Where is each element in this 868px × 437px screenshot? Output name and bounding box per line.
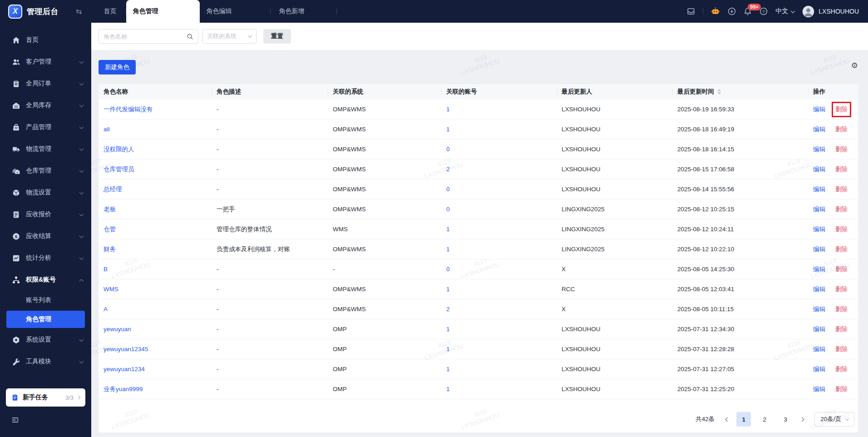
column-settings-gear-icon[interactable]: ⚙ bbox=[851, 62, 858, 70]
edit-link[interactable]: 编辑 bbox=[813, 245, 825, 253]
delete-link[interactable]: 删除 bbox=[835, 145, 848, 154]
inbox-icon[interactable] bbox=[687, 7, 695, 15]
edit-link[interactable]: 编辑 bbox=[813, 365, 825, 373]
role-accounts-link[interactable]: 1 bbox=[446, 326, 450, 333]
role-name-link[interactable]: yewuyuan1234 bbox=[104, 366, 145, 372]
delete-link[interactable]: 删除 bbox=[835, 185, 848, 194]
delete-link[interactable]: 删除 bbox=[835, 245, 848, 253]
delete-link[interactable]: 删除 bbox=[835, 225, 848, 233]
edit-link[interactable]: 编辑 bbox=[813, 285, 825, 293]
prev-page-icon[interactable] bbox=[721, 413, 734, 426]
avatar[interactable] bbox=[802, 5, 814, 18]
sidebar-item-11[interactable]: 权限&账号 bbox=[0, 269, 91, 291]
edit-link[interactable]: 编辑 bbox=[813, 305, 825, 313]
role-name-input[interactable] bbox=[104, 33, 187, 40]
sidebar-item-10[interactable]: 统计分析 bbox=[0, 247, 91, 269]
edit-link[interactable]: 编辑 bbox=[813, 145, 825, 154]
role-name-link[interactable]: A bbox=[104, 306, 108, 313]
role-accounts-link[interactable]: 2 bbox=[446, 306, 450, 313]
page-button-2[interactable]: 2 bbox=[757, 412, 772, 427]
role-accounts-link[interactable]: 1 bbox=[446, 226, 450, 233]
role-accounts-link[interactable]: 1 bbox=[446, 286, 450, 293]
delete-link[interactable]: 删除 bbox=[835, 325, 848, 333]
role-name-link[interactable]: 总经理 bbox=[104, 186, 122, 193]
sidebar-item-6[interactable]: 仓库管理 bbox=[0, 160, 91, 182]
reset-button[interactable]: 重置 bbox=[263, 29, 291, 44]
sidebar-item-3[interactable]: 全局库存 bbox=[0, 94, 91, 116]
bell-icon[interactable]: 99+ bbox=[744, 7, 752, 15]
sidebar-item-5[interactable]: 物流管理 bbox=[0, 138, 91, 160]
role-name-link[interactable]: 业务yuan9999 bbox=[104, 386, 143, 392]
sidebar-item-0[interactable]: 首页 bbox=[0, 29, 91, 51]
role-name-link[interactable]: 一件代发编辑没有 bbox=[104, 106, 153, 113]
language-switcher[interactable]: 中文 bbox=[775, 7, 794, 15]
system-select[interactable]: 关联的系统 bbox=[202, 29, 256, 44]
role-name-link[interactable]: 老板 bbox=[104, 206, 116, 213]
sidebar-item-8[interactable]: 应收报价 bbox=[0, 204, 91, 225]
role-accounts-link[interactable]: 1 bbox=[446, 246, 450, 253]
delete-link[interactable]: 删除 bbox=[835, 265, 848, 273]
edit-link[interactable]: 编辑 bbox=[813, 345, 825, 353]
edit-link[interactable]: 编辑 bbox=[813, 205, 825, 214]
edit-link[interactable]: 编辑 bbox=[813, 265, 825, 273]
help-icon[interactable]: ? bbox=[760, 7, 768, 15]
role-name-link[interactable]: 没权限的人 bbox=[104, 146, 134, 153]
tab-1[interactable]: 角色管理 bbox=[126, 0, 200, 23]
next-page-icon[interactable] bbox=[795, 413, 808, 426]
role-name-link[interactable]: 财务 bbox=[104, 246, 116, 253]
role-accounts-link[interactable]: 0 bbox=[446, 266, 450, 273]
role-accounts-link[interactable]: 0 bbox=[446, 186, 450, 193]
role-accounts-link[interactable]: 1 bbox=[446, 126, 450, 133]
newbie-task-card[interactable]: 新手任务 3/3 bbox=[6, 388, 85, 407]
role-name-link[interactable]: 仓库管理员 bbox=[104, 166, 134, 173]
tab-2[interactable]: 角色编辑 bbox=[200, 0, 271, 23]
delete-link[interactable]: 删除 bbox=[835, 125, 848, 134]
sidebar-subitem-0[interactable]: 账号列表 bbox=[0, 291, 91, 310]
search-icon[interactable] bbox=[187, 33, 193, 40]
role-accounts-link[interactable]: 0 bbox=[446, 146, 450, 153]
edit-link[interactable]: 编辑 bbox=[813, 165, 825, 174]
sidebar-item-after-1[interactable]: 工具模块 bbox=[0, 351, 91, 372]
page-button-1[interactable]: 1 bbox=[736, 412, 751, 427]
edit-link[interactable]: 编辑 bbox=[813, 125, 825, 134]
role-accounts-link[interactable]: 1 bbox=[446, 106, 450, 113]
delete-link[interactable]: 删除 bbox=[835, 365, 848, 373]
sidebar-item-after-0[interactable]: 系统设置 bbox=[0, 329, 91, 351]
delete-link[interactable]: 删除 bbox=[835, 165, 848, 174]
sidebar-item-1[interactable]: 客户管理 bbox=[0, 51, 91, 73]
collapse-sidebar-icon[interactable] bbox=[11, 416, 20, 424]
delete-link[interactable]: 删除 bbox=[835, 305, 848, 313]
role-name-link[interactable]: 仓管 bbox=[104, 226, 116, 233]
role-name-link[interactable]: B bbox=[104, 266, 108, 273]
role-accounts-link[interactable]: 1 bbox=[446, 366, 450, 372]
sidebar-item-9[interactable]: $ 应收结算 bbox=[0, 225, 91, 247]
delete-link[interactable]: 删除 bbox=[835, 205, 848, 214]
edit-link[interactable]: 编辑 bbox=[813, 225, 825, 233]
sidebar-subitem-1[interactable]: 角色管理 bbox=[6, 311, 85, 328]
edit-link[interactable]: 编辑 bbox=[813, 325, 825, 333]
tab-0[interactable]: 首页 bbox=[94, 0, 126, 23]
delete-link[interactable]: 删除 bbox=[835, 105, 848, 114]
page-button-3[interactable]: 3 bbox=[778, 412, 793, 427]
edit-link[interactable]: 编辑 bbox=[813, 385, 825, 393]
role-accounts-link[interactable]: 1 bbox=[446, 346, 450, 353]
sidebar-item-2[interactable]: 全局订单 bbox=[0, 73, 91, 94]
switch-system-icon[interactable]: ⇆ bbox=[76, 7, 82, 16]
role-accounts-link[interactable]: 2 bbox=[446, 166, 450, 173]
tab-3[interactable]: 角色新增 bbox=[271, 0, 337, 23]
role-accounts-link[interactable]: 0 bbox=[446, 206, 450, 213]
role-name-link[interactable]: WMS bbox=[104, 286, 118, 293]
delete-link[interactable]: 删除 bbox=[835, 385, 848, 393]
role-name-link[interactable]: all bbox=[104, 126, 110, 133]
role-accounts-link[interactable]: 1 bbox=[446, 386, 450, 392]
edit-link[interactable]: 编辑 bbox=[813, 105, 825, 114]
sidebar-item-4[interactable]: 产品管理 bbox=[0, 116, 91, 138]
delete-link[interactable]: 删除 bbox=[835, 345, 848, 353]
download-icon[interactable] bbox=[728, 7, 736, 15]
role-name-link[interactable]: yewuyuan12345 bbox=[104, 346, 148, 353]
delete-link[interactable]: 删除 bbox=[835, 285, 848, 293]
sidebar-item-7[interactable]: 物流设置 bbox=[0, 182, 91, 204]
role-name-link[interactable]: yewuyuan bbox=[104, 326, 131, 333]
page-size-select[interactable]: 20条/页 bbox=[814, 412, 854, 427]
user-name[interactable]: LXSHOUHOU bbox=[819, 8, 859, 15]
